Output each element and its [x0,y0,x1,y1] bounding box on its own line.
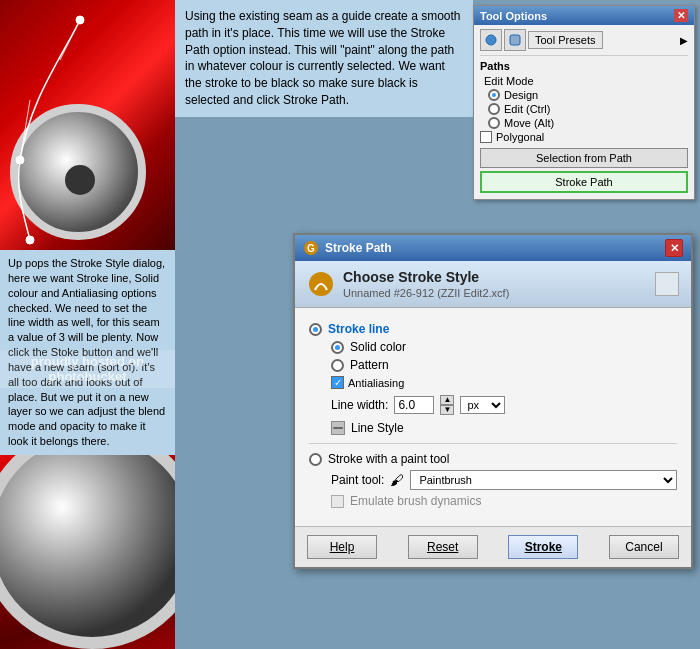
stroke-paint-radio-row[interactable]: Stroke with a paint tool [309,452,677,466]
stroke-preview-box [655,272,679,296]
stroke-dialog-close[interactable]: ✕ [665,239,683,257]
polygonal-label: Polygonal [496,131,544,143]
stroke-path-button[interactable]: Stroke Path [480,171,688,193]
line-width-unit-select[interactable]: px pt mm [460,396,505,414]
edit-radio-row[interactable]: Edit (Ctrl) [488,103,688,115]
bottom-instruction-text: Up pops the Stroke Style dialog, here we… [0,250,175,455]
svg-point-2 [26,236,34,244]
edit-label: Edit (Ctrl) [504,103,550,115]
edit-mode-label: Edit Mode [484,75,688,87]
car-image-top [0,0,175,250]
stroke-line-label: Stroke line [328,322,389,336]
solid-color-radio[interactable] [331,341,344,354]
tool-presets-button[interactable]: Tool Presets [528,31,603,49]
move-radio[interactable] [488,117,500,129]
stroke-dialog-header: Choose Stroke Style Unnamed #26-912 (ZZI… [295,261,691,308]
design-label: Design [504,89,538,101]
polygonal-checkbox-row[interactable]: Polygonal [480,131,688,143]
tool-options-close[interactable]: ✕ [674,9,688,22]
pattern-radio[interactable] [331,359,344,372]
stroke-header-subtitle: Unnamed #26-912 (ZZII Edit2.xcf) [343,287,509,299]
stroke-line-section: Stroke line Solid color Pattern ✓ Antial… [309,322,677,435]
svg-rect-6 [510,35,520,45]
stroke-line-sub-options: Solid color Pattern ✓ Antialiasing Line … [331,340,677,435]
paint-tool-select[interactable]: Paintbrush Pencil Airbrush [410,470,677,490]
help-label: Help [330,540,355,554]
stroke-dialog-titlebar: G Stroke Path ✕ [295,235,691,261]
help-button[interactable]: Help [307,535,377,559]
edit-radio[interactable] [488,103,500,115]
svg-rect-10 [333,427,343,429]
tool-icon-secondary[interactable] [504,29,526,51]
emulate-checkbox [331,495,344,508]
tool-options-title: Tool Options [480,10,547,22]
line-width-row: Line width: 6.0 ▲ ▼ px pt mm [331,395,677,415]
section-divider [309,443,677,444]
line-width-label: Line width: [331,398,388,412]
gimp-icon: G [303,240,319,256]
stroke-header-icon [307,270,335,298]
paint-tool-label: Paint tool: [331,473,384,487]
stroke-confirm-label: Stroke [525,540,562,554]
move-label: Move (Alt) [504,117,554,129]
svg-line-4 [20,100,30,160]
reset-label: Reset [427,540,458,554]
bezier-path-overlay [0,0,175,250]
cancel-label: Cancel [625,540,662,554]
line-style-row[interactable]: Line Style [331,421,677,435]
antialiasing-label: Antialiasing [348,377,404,389]
move-radio-row[interactable]: Move (Alt) [488,117,688,129]
stroke-paint-label: Stroke with a paint tool [328,452,449,466]
stroke-dialog-body: Stroke line Solid color Pattern ✓ Antial… [295,308,691,526]
emulate-row: Emulate brush dynamics [331,494,677,508]
pattern-label: Pattern [350,358,389,372]
emulate-label: Emulate brush dynamics [350,494,481,508]
tool-options-titlebar: Tool Options ✕ [474,6,694,25]
reset-button[interactable]: Reset [408,535,478,559]
line-width-input[interactable]: 6.0 [394,396,434,414]
stroke-button[interactable]: Stroke [508,535,578,559]
stroke-paint-radio[interactable] [309,453,322,466]
line-style-label: Line Style [351,421,404,435]
line-width-up[interactable]: ▲ [440,395,454,405]
paintbrush-icon: 🖌 [390,472,404,488]
tool-icons-row: Tool Presets ▶ [480,29,688,56]
paint-tool-row: Paint tool: 🖌 Paintbrush Pencil Airbrush [331,470,677,490]
cancel-button[interactable]: Cancel [609,535,679,559]
polygonal-checkbox[interactable] [480,131,492,143]
solid-color-radio-row[interactable]: Solid color [331,340,677,354]
stroke-line-radio[interactable] [309,323,322,336]
selection-from-path-button[interactable]: Selection from Path [480,148,688,168]
svg-point-5 [486,35,496,45]
pattern-radio-row[interactable]: Pattern [331,358,677,372]
design-radio[interactable] [488,89,500,101]
tool-icon-brush[interactable] [480,29,502,51]
tool-options-body: Tool Presets ▶ Paths Edit Mode Design Ed… [474,25,694,199]
antialiasing-checkbox-row[interactable]: ✓ Antialiasing [331,376,677,389]
antialiasing-checkbox[interactable]: ✓ [331,376,344,389]
stroke-path-dialog: G Stroke Path ✕ Choose Stroke Style Unna… [293,233,693,569]
stroke-line-radio-row[interactable]: Stroke line [309,322,677,336]
stroke-dialog-title: Stroke Path [325,241,392,255]
edit-mode-radio-group: Design Edit (Ctrl) Move (Alt) [488,89,688,129]
stroke-dialog-footer: Help Reset Stroke Cancel [295,526,691,567]
stroke-paint-section: Stroke with a paint tool Paint tool: 🖌 P… [309,452,677,508]
solid-color-label: Solid color [350,340,406,354]
design-radio-row[interactable]: Design [488,89,688,101]
expand-icon[interactable]: ▶ [680,35,688,46]
svg-text:G: G [307,243,315,254]
line-style-icon [331,421,345,435]
svg-line-3 [60,20,80,60]
paths-section-label: Paths [480,60,688,72]
line-width-down[interactable]: ▼ [440,405,454,415]
top-instruction-text: Using the existing seam as a guide creat… [175,0,473,117]
line-width-spinner[interactable]: ▲ ▼ [440,395,454,415]
stroke-header-title: Choose Stroke Style [343,269,509,285]
tool-options-panel: Tool Options ✕ Tool Presets ▶ Paths Edit… [473,5,695,200]
